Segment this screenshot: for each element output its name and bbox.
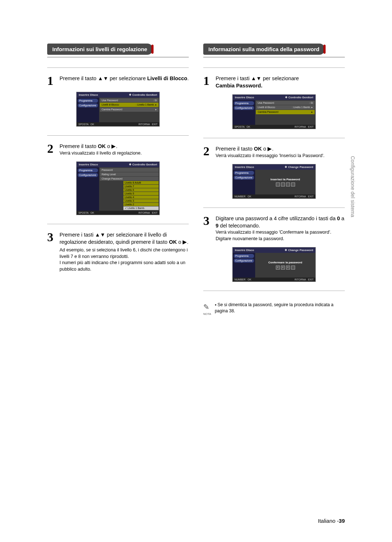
osd-level: Livello 3 — [123, 199, 159, 202]
osd-foot: EXIT — [308, 126, 314, 128]
text-bold: OK — [169, 239, 177, 245]
osd-label: Rating Level — [102, 173, 116, 176]
osd-foot: RITORNA — [139, 212, 150, 214]
divider — [47, 67, 189, 68]
osd-foot: RITORNA — [139, 123, 150, 126]
step-number: 3 — [203, 215, 213, 227]
text-bold: 9 — [216, 223, 219, 229]
osd-side-item: Configurazione — [234, 176, 254, 180]
divider — [203, 138, 345, 138]
osd-foot: OK — [248, 278, 251, 281]
step-3-right: 3 Digitare una password a 4 cifre utiliz… — [203, 215, 345, 242]
osd-foot: EXIT — [308, 195, 314, 198]
side-tab-label: Configurazione del sistema — [350, 156, 356, 217]
text: . — [187, 75, 189, 81]
page-footer: Italiano -39 — [0, 518, 345, 524]
osd-foot: NUMBER — [234, 278, 245, 281]
osd-level: Livello 7 — [123, 185, 159, 188]
text: Premere i tasti — [60, 232, 95, 238]
text-bold: 0 — [337, 215, 340, 221]
osd-foot: EXIT — [152, 123, 158, 126]
divider — [203, 57, 345, 57]
osd-title: Inserire Disco — [235, 96, 254, 99]
osd-value: : Si — [309, 102, 313, 104]
osd-title: Inserire Disco — [79, 163, 98, 166]
osd-label: Livelli di Blocco — [258, 106, 275, 109]
osd-breadcrumb: ❖ Controllo Genitori — [129, 163, 157, 166]
osd-side-item: Programma — [78, 99, 98, 103]
osd-foot: RITORNA — [295, 278, 306, 281]
step-3-left: 3 Premere i tasti ▲▼ per selezionare il … — [47, 231, 189, 272]
note-text: Se si dimentica la password, seguire la … — [215, 302, 334, 313]
osd-level: Livello 6 — [123, 188, 159, 192]
osd-foot: OK — [90, 123, 94, 126]
updown-icon: ▲▼ — [98, 75, 109, 81]
osd-side-item: Configurazione — [234, 259, 254, 263]
divider — [203, 67, 345, 68]
step-number: 1 — [47, 75, 57, 87]
osd-prompt: Confermare la password — [268, 261, 302, 264]
text: Premere il tasto — [216, 146, 254, 152]
osd-label: Password — [102, 169, 113, 171]
password-boxes — [276, 182, 295, 186]
osd-value: : Livello 1 Bamb. ▸ — [136, 103, 157, 106]
osd-foot: OK — [90, 212, 94, 214]
divider — [47, 57, 189, 57]
osd-foot: RITORNA — [295, 126, 306, 128]
osd-screenshot: Inserire Disco❖ Change Password Programm… — [232, 164, 316, 199]
text: o ▶. — [106, 143, 117, 149]
divider — [47, 135, 189, 136]
osd-label: Change Password — [102, 177, 122, 180]
step-2-right: 2 Premere il tasto OK o ▶. Verrà visuali… — [203, 145, 345, 159]
text: Premere il tasto — [60, 143, 98, 149]
osd-screenshot: Inserire Disco❖ Change Password Programm… — [232, 247, 316, 282]
text: per selezionare — [108, 75, 147, 81]
step-number: 3 — [47, 231, 57, 243]
osd-breadcrumb: ❖ Change Password — [285, 165, 313, 169]
section-header-left: Informazioni sui livelli di regolazione — [47, 44, 152, 55]
step-number: 2 — [203, 145, 213, 157]
updown-icon: ▲▼ — [95, 232, 106, 238]
osd-label: Usa Password — [102, 99, 118, 102]
osd-title: Inserire Disco — [235, 249, 254, 252]
osd-label: Cambia Password — [102, 108, 122, 111]
osd-side-item: Configurazione — [78, 173, 98, 177]
osd-side-item: Configurazione — [78, 103, 98, 107]
note-label: NOTA — [203, 312, 211, 316]
osd-label: Cambia Password — [258, 111, 278, 114]
osd-screenshot: Inserire Disco❖ Controllo Genitori Progr… — [76, 161, 160, 215]
section-header-right: Informazioni sulla modifica della passwo… — [203, 44, 324, 55]
text: a — [340, 215, 344, 221]
osd-side-item: Programma — [234, 101, 254, 105]
step-1-left: 1 Premere il tasto ▲▼ per selezionare Li… — [47, 75, 189, 87]
text-bold: OK — [98, 143, 106, 149]
osd-foot: OK — [246, 126, 250, 128]
text: o ▶. — [262, 146, 273, 152]
updown-icon: ▲▼ — [251, 75, 262, 81]
subtext: Verrà visualizzato il livello di regolaz… — [60, 150, 189, 157]
osd-breadcrumb: ❖ Controllo Genitori — [285, 96, 313, 99]
text-bold: Livelli di Blocco — [147, 75, 187, 81]
step-1-right: 1 Premere i tasti ▲▼ per selezionare Cam… — [203, 75, 345, 89]
osd-breadcrumb: ❖ Controllo Genitori — [129, 93, 157, 97]
subtext: Verrà visualizzato il messaggio 'Conferm… — [216, 229, 345, 242]
osd-level: Livello 5 — [123, 192, 159, 195]
osd-foot: EXIT — [152, 212, 158, 214]
footer-page: 39 — [339, 518, 345, 524]
text: per selezionare — [261, 75, 299, 81]
subtext: I numeri più alti indicano che i program… — [60, 260, 189, 272]
osd-foot: SPOSTA — [78, 123, 89, 126]
osd-title: Inserire Disco — [235, 165, 254, 169]
osd-prompt: Inserisci la Password — [270, 178, 300, 181]
osd-value: : Si — [153, 99, 157, 102]
note: ✎ NOTA ▪ Se si dimentica la password, se… — [203, 302, 345, 316]
osd-side-item: Programma — [234, 171, 254, 175]
text-bold: OK — [254, 146, 262, 152]
osd-title: Inserire Disco — [79, 93, 98, 97]
osd-label: Livelli di Blocco — [102, 103, 119, 106]
step-number: 1 — [203, 75, 213, 87]
subtext: Ad esempio, se si seleziona il livello 6… — [60, 247, 189, 260]
step-2-left: 2 Premere il tasto OK o ▶. Verrà visuali… — [47, 143, 189, 156]
divider — [203, 208, 345, 208]
osd-side-item: Programma — [234, 254, 254, 258]
